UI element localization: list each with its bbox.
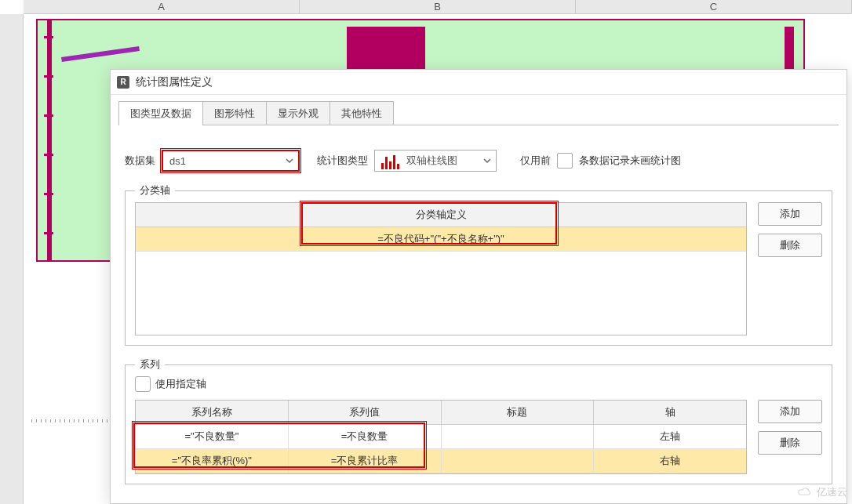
chevron-down-icon [286, 155, 293, 167]
series-grid[interactable]: 系列名称 系列值 标题 轴 ="不良数量" =不良数量 左轴 ="不良 [135, 400, 747, 474]
series-row[interactable]: ="不良率累积(%)" =不良累计比率 右轴 [136, 449, 746, 473]
category-row[interactable]: =不良代码+"("+不良名称+")" [136, 227, 746, 252]
tab-graphic[interactable]: 图形特性 [202, 101, 267, 125]
only-suffix: 条数据记录来画统计图 [579, 154, 681, 168]
cloud-icon [796, 487, 814, 498]
tab-appearance[interactable]: 显示外观 [266, 101, 330, 125]
series-delete-button[interactable]: 删除 [758, 431, 822, 455]
series-fieldset: 系列 使用指定轴 系列名称 系列值 标题 轴 ="不良数量" [125, 364, 832, 484]
series-col-name: 系列名称 [136, 401, 289, 425]
col-header[interactable]: A [24, 0, 300, 13]
dialog-titlebar[interactable]: R 统计图属性定义 [111, 70, 847, 95]
tab-other[interactable]: 其他特性 [330, 101, 394, 125]
charttype-value: 双轴柱线图 [406, 154, 457, 168]
series-col-axis: 轴 [594, 401, 746, 425]
category-add-button[interactable]: 添加 [758, 202, 822, 226]
series-col-value: 系列值 [289, 401, 442, 425]
chart-properties-dialog: R 统计图属性定义 图类型及数据 图形特性 显示外观 其他特性 数据集 ds1 … [110, 69, 847, 504]
chevron-down-icon [483, 155, 491, 167]
charttype-combo[interactable]: 双轴柱线图 [374, 150, 497, 172]
use-axis-checkbox[interactable] [135, 376, 151, 392]
use-axis-label: 使用指定轴 [155, 377, 206, 391]
ruler-decor [31, 419, 110, 422]
app-icon: R [117, 76, 129, 89]
dialog-title: 统计图属性定义 [136, 75, 213, 89]
charttype-label: 统计图类型 [317, 154, 368, 168]
col-header[interactable]: C [576, 0, 852, 13]
series-legend: 系列 [135, 357, 165, 372]
series-add-button[interactable]: 添加 [758, 400, 822, 423]
category-delete-button[interactable]: 删除 [758, 234, 822, 257]
category-legend: 分类轴 [135, 183, 175, 198]
tab-type-data[interactable]: 图类型及数据 [118, 101, 203, 125]
chart-icon [381, 152, 403, 169]
column-headers: A B C [24, 0, 852, 14]
limit-records-checkbox[interactable] [557, 153, 573, 169]
category-fieldset: 分类轴 分类轴定义 =不良代码+"("+不良名称+")" 添加 删除 [125, 190, 832, 346]
dataset-label: 数据集 [125, 154, 155, 168]
tab-strip: 图类型及数据 图形特性 显示外观 其他特性 [111, 95, 847, 125]
series-row[interactable]: ="不良数量" =不良数量 左轴 [136, 425, 746, 449]
dataset-combo[interactable]: ds1 [162, 150, 300, 172]
col-header[interactable]: B [300, 0, 576, 13]
category-grid[interactable]: 分类轴定义 =不良代码+"("+不良名称+")" [135, 202, 747, 335]
category-header: 分类轴定义 [136, 203, 746, 227]
row-headers [0, 14, 24, 504]
dataset-value: ds1 [169, 155, 186, 167]
series-col-title: 标题 [442, 401, 595, 425]
watermark: 亿速云 [796, 485, 847, 499]
only-prefix: 仅用前 [520, 154, 551, 168]
